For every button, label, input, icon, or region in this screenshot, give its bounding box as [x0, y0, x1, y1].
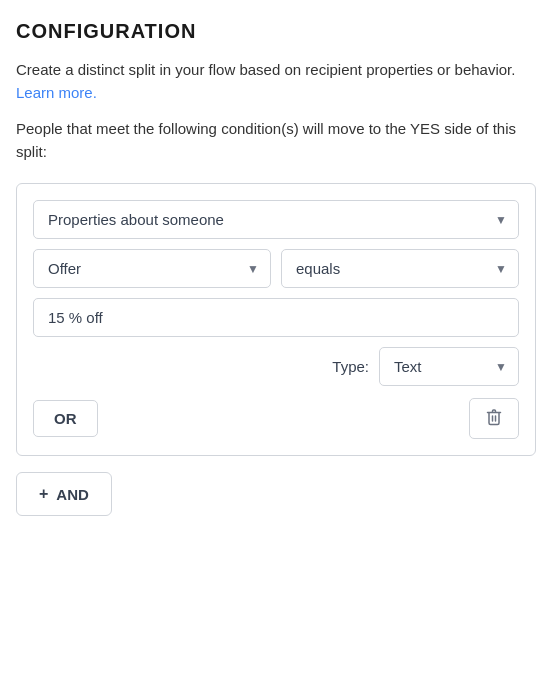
- and-button-label: AND: [56, 486, 89, 503]
- page-title: CONFIGURATION: [16, 20, 536, 43]
- property-select[interactable]: Properties about someone Properties abou…: [33, 200, 519, 239]
- and-button[interactable]: + AND: [16, 472, 112, 516]
- type-label: Type:: [332, 358, 369, 375]
- type-select[interactable]: Text Number Date: [379, 347, 519, 386]
- or-button[interactable]: OR: [33, 400, 98, 437]
- condition-box: Properties about someone Properties abou…: [16, 183, 536, 456]
- delete-button[interactable]: [469, 398, 519, 439]
- description-text: Create a distinct split in your flow bas…: [16, 59, 536, 104]
- operator-select[interactable]: equals does not equal contains does not …: [281, 249, 519, 288]
- field-select[interactable]: Offer Name Email: [33, 249, 271, 288]
- property-select-wrapper: Properties about someone Properties abou…: [33, 200, 519, 239]
- type-row: Type: Text Number Date ▼: [33, 347, 519, 386]
- description-main: Create a distinct split in your flow bas…: [16, 61, 515, 78]
- value-input[interactable]: [33, 298, 519, 337]
- field-select-wrapper: Offer Name Email ▼: [33, 249, 271, 288]
- condition-description: People that meet the following condition…: [16, 118, 536, 163]
- plus-icon: +: [39, 485, 48, 503]
- trash-icon: [486, 408, 502, 429]
- operator-select-wrapper: equals does not equal contains does not …: [281, 249, 519, 288]
- field-operator-row: Offer Name Email ▼ equals does not equal…: [33, 249, 519, 288]
- learn-more-link[interactable]: Learn more.: [16, 84, 97, 101]
- type-select-wrapper: Text Number Date ▼: [379, 347, 519, 386]
- actions-row: OR: [33, 398, 519, 439]
